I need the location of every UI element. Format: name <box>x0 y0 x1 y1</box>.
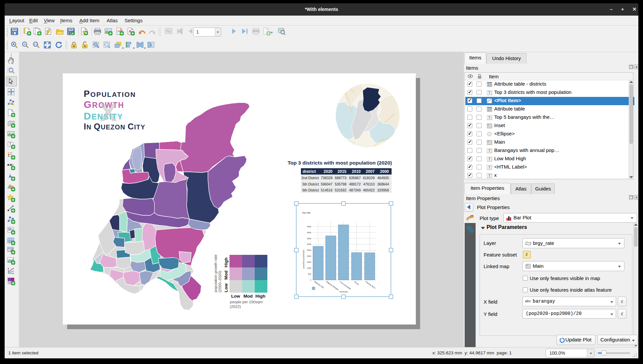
svg-text:3500: 3500 <box>307 238 311 240</box>
svg-text:(pop2020-pop2000)/20: (pop2020-pop2000)/20 <box>303 250 305 268</box>
svg-text:(2000–2020): (2000–2020) <box>218 271 222 292</box>
svg-text:Plot Title: Plot Title <box>302 212 311 214</box>
svg-text:3000: 3000 <box>307 243 311 245</box>
svg-text:T: T <box>488 115 491 119</box>
svg-text:2007: 2007 <box>366 169 375 174</box>
svg-text:T: T <box>488 91 491 95</box>
svg-text:people per 100sqm: people per 100sqm <box>230 300 262 304</box>
svg-text:Commonwealth: Commonwealth <box>339 281 351 290</box>
svg-text:531592: 531592 <box>335 188 346 192</box>
svg-text:Low: Low <box>231 294 240 299</box>
svg-text:500: 500 <box>308 273 311 275</box>
svg-text:T: T <box>488 149 491 153</box>
svg-text:4500: 4500 <box>307 226 311 228</box>
svg-text:5th District: 5th District <box>302 182 319 186</box>
svg-text:T: T <box>488 165 491 169</box>
svg-text:T: T <box>9 142 11 146</box>
svg-text:2000: 2000 <box>380 169 389 174</box>
svg-text:488172: 488172 <box>349 182 361 186</box>
svg-text:2010: 2010 <box>352 169 361 174</box>
svg-text:738328: 738328 <box>321 176 332 180</box>
svg-text:2015: 2015 <box>337 169 346 174</box>
svg-text:T: T <box>488 157 491 161</box>
svg-text:464935: 464935 <box>377 176 389 180</box>
svg-text:High: High <box>224 257 229 267</box>
svg-text:Sauyo: Sauyo <box>354 281 359 285</box>
svg-text:4000: 4000 <box>307 232 311 234</box>
svg-text:1000: 1000 <box>307 267 311 269</box>
svg-text:Low: Low <box>224 283 229 292</box>
svg-text:Top 3 districts with most popu: Top 3 districts with most population (20… <box>288 160 392 166</box>
svg-text:618109: 618109 <box>363 176 375 180</box>
svg-text:635967: 635967 <box>349 176 361 180</box>
svg-text:population growth rate: population growth rate <box>214 255 218 292</box>
svg-text:Mod: Mod <box>243 294 253 299</box>
svg-text:district: district <box>303 169 316 174</box>
svg-text:2nd District: 2nd District <box>301 176 319 180</box>
svg-text:(2022): (2022) <box>230 305 241 309</box>
svg-text:0: 0 <box>310 279 311 281</box>
svg-text:Bagong Silangan: Bagong Silangan <box>326 281 339 291</box>
svg-text:465422: 465422 <box>363 188 375 192</box>
svg-text:688773: 688773 <box>335 176 346 180</box>
svg-text:368644: 368644 <box>377 182 389 186</box>
svg-text:2000: 2000 <box>307 255 311 257</box>
svg-text:1:1: 1:1 <box>34 43 38 45</box>
svg-text:1500: 1500 <box>307 261 311 263</box>
svg-text:329958: 329958 <box>377 188 389 192</box>
svg-text:2500: 2500 <box>307 249 311 251</box>
svg-text:Batasan Hills: Batasan Hills <box>314 281 324 289</box>
svg-text:596047: 596047 <box>321 182 332 186</box>
svg-text:514516: 514516 <box>321 188 332 192</box>
svg-text:535798: 535798 <box>335 182 346 186</box>
svg-text:barangay: barangay <box>339 291 348 293</box>
svg-text:Pasong Tamo: Pasong Tamo <box>365 281 376 289</box>
svg-text:High: High <box>255 294 265 299</box>
svg-text:487349: 487349 <box>349 188 361 192</box>
svg-text:T: T <box>488 174 491 178</box>
svg-text:6th District: 6th District <box>302 188 319 192</box>
svg-text:N: N <box>10 174 12 177</box>
svg-text:x: x <box>99 92 118 128</box>
svg-text:2020: 2020 <box>323 169 332 174</box>
svg-text:Mod: Mod <box>224 270 229 280</box>
svg-text:476110: 476110 <box>363 182 375 186</box>
